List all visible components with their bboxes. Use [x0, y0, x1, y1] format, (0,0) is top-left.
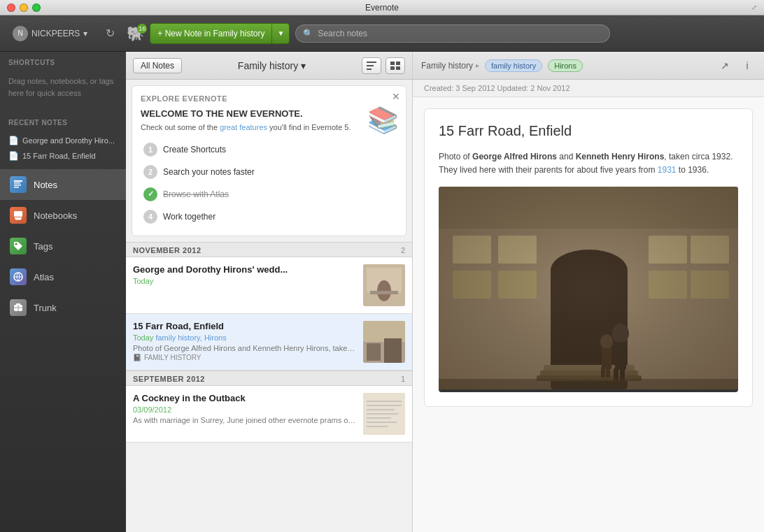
month-header-nov: NOVEMBER 2012 2 [126, 242, 412, 257]
svg-rect-28 [384, 338, 402, 363]
notebooks-label: Notebooks [34, 210, 77, 221]
main-area: SHORTCUTS Drag notes, notebooks, or tags… [0, 52, 764, 532]
recent-note-item-1[interactable]: 📄 George and Dorothy Hiro... [0, 133, 126, 148]
new-note-label: + New Note in Family history [157, 29, 264, 38]
body-link[interactable]: 1931 [658, 165, 677, 175]
step-4-label: Work together [163, 212, 215, 222]
sidebar-item-notebooks[interactable]: Notebooks [0, 200, 126, 231]
svg-rect-3 [14, 187, 19, 188]
note-title-1: George and Dorothy Hirons' wedd... [133, 264, 358, 275]
recent-note-label-2: 15 Farr Road, Enfield [22, 152, 96, 160]
tag-pill-2[interactable]: Hirons [548, 59, 583, 72]
recent-notes-list: 📄 George and Dorothy Hiro... 📄 15 Farr R… [0, 130, 126, 166]
new-note-button[interactable]: + New Note in Family history ▼ [150, 23, 290, 44]
svg-rect-6 [15, 219, 21, 220]
notebooks-icon [10, 207, 27, 224]
new-note-dropdown-button[interactable]: ▼ [272, 24, 289, 43]
explore-step-2[interactable]: 2 Search your notes faster [141, 161, 397, 182]
tag-pill-1[interactable]: family history [485, 59, 542, 72]
explore-welcome-text: Check out some of the great features you… [141, 122, 397, 134]
svg-rect-0 [14, 180, 22, 182]
notebook-name: Family history [238, 60, 298, 71]
close-button[interactable] [7, 3, 15, 12]
user-avatar: N [13, 26, 28, 41]
window-controls [7, 3, 41, 12]
sidebar-item-atlas[interactable]: Atlas [0, 261, 126, 292]
sidebar: SHORTCUTS Drag notes, notebooks, or tags… [0, 52, 126, 532]
note-item-1[interactable]: George and Dorothy Hirons' wedd... Today [126, 257, 412, 314]
explore-close-button[interactable]: ✕ [392, 92, 400, 101]
sidebar-item-tags[interactable]: Tags [0, 231, 126, 261]
info-button[interactable]: i [739, 57, 756, 74]
svg-rect-16 [367, 69, 372, 70]
note-thumbnail-3 [363, 393, 405, 435]
svg-rect-18 [396, 62, 400, 65]
elephant-button[interactable]: 🐘 16 [127, 25, 144, 42]
new-note-main[interactable]: + New Note in Family history [150, 24, 272, 43]
share-button[interactable]: ↗ [716, 57, 733, 74]
shortcuts-title: SHORTCUTS [0, 52, 126, 70]
welcome-text-link[interactable]: great features [220, 123, 267, 131]
welcome-text-1: Check out some of the [141, 123, 220, 131]
note-item-3[interactable]: A Cockney in the Outback 03/09/2012 As w… [126, 386, 412, 443]
resize-icon[interactable]: ⤢ [751, 3, 757, 11]
month-section-sep: SEPTEMBER 2012 1 A Cockney in the Outbac… [126, 371, 412, 443]
note-item-2[interactable]: 15 Farr Road, Enfield Today family histo… [126, 314, 412, 371]
explore-step-3[interactable]: ✓ Browse with Atlas [141, 184, 397, 205]
recent-note-item-2[interactable]: 📄 15 Farr Road, Enfield [0, 148, 126, 164]
note-date-tags-2: Today family history, Hirons [133, 333, 358, 342]
sidebar-item-trunk[interactable]: Trunk [0, 292, 126, 323]
note-icon-2: 📄 [8, 151, 18, 161]
note-detail: Family history ▸ family history Hirons ↗… [413, 52, 764, 532]
note-list-header: All Notes Family history ▾ [126, 52, 412, 80]
note-meta: Created: 3 Sep 2012 Updated: 2 Nov 2012 [413, 80, 764, 97]
all-notes-button[interactable]: All Notes [133, 58, 182, 73]
step-3-number: ✓ [143, 187, 157, 201]
app-title: Evernote [365, 3, 399, 13]
breadcrumb-notebook[interactable]: Family history [421, 61, 473, 71]
step-2-label: Search your notes faster [163, 167, 255, 177]
notebook-dropdown-arrow: ▾ [301, 60, 306, 71]
search-icon: 🔍 [303, 29, 313, 38]
user-menu-button[interactable]: N NICKPEERS ▾ [7, 23, 93, 44]
search-placeholder: Search notes [318, 29, 367, 38]
note-body-card: 15 Farr Road, Enfield Photo of George Al… [424, 108, 753, 407]
view-toggle-button[interactable] [385, 57, 405, 74]
month-label-sep: SEPTEMBER 2012 [133, 375, 205, 383]
note-content-1: George and Dorothy Hirons' wedd... Today [133, 264, 358, 306]
month-header-sep: SEPTEMBER 2012 1 [126, 371, 412, 386]
notebook-badge-icon: 📓 [133, 354, 141, 361]
step-2-number: 2 [143, 165, 157, 179]
body-bold-1: George Alfred Hirons [472, 152, 557, 161]
note-thumbnail-2 [363, 321, 405, 363]
explore-step-1[interactable]: 1 Create Shortcuts [141, 139, 397, 160]
note-thumbnail-1 [363, 264, 405, 306]
tags-icon [10, 238, 27, 254]
note-content-2: 15 Farr Road, Enfield Today family histo… [133, 321, 358, 363]
note-date-val-3: 03/09/2012 [133, 405, 171, 414]
note-body: 15 Farr Road, Enfield Photo of George Al… [413, 97, 764, 532]
minimize-button[interactable] [20, 3, 28, 12]
note-title-3: A Cockney in the Outback [133, 393, 358, 403]
explore-step-4[interactable]: 4 Work together [141, 206, 397, 227]
notebook-selector[interactable]: Family history ▾ [188, 60, 356, 71]
sidebar-item-notes[interactable]: Notes [0, 169, 126, 200]
maximize-button[interactable] [32, 3, 41, 12]
breadcrumb: Family history ▸ [421, 61, 479, 71]
note-date-green-1: Today [133, 277, 153, 285]
sync-button[interactable]: ↻ [99, 22, 121, 45]
note-content-3: A Cockney in the Outback 03/09/2012 As w… [133, 393, 358, 435]
svg-rect-15 [367, 65, 374, 66]
recent-note-label-1: George and Dorothy Hiro... [22, 136, 115, 145]
svg-rect-14 [367, 62, 376, 63]
shortcuts-area: Drag notes, notebooks, or tags here for … [0, 70, 126, 112]
search-box[interactable]: 🔍 Search notes [295, 24, 610, 43]
trunk-label: Trunk [34, 303, 57, 313]
explore-header: EXPLORE EVERNOTE [141, 94, 397, 103]
month-label-nov: NOVEMBER 2012 [133, 246, 201, 254]
svg-rect-5 [15, 217, 22, 219]
step-1-label: Create Shortcuts [163, 145, 226, 154]
sort-button[interactable] [362, 57, 381, 74]
step-4-number: 4 [143, 210, 157, 224]
body-text-1: Photo of [439, 152, 472, 161]
